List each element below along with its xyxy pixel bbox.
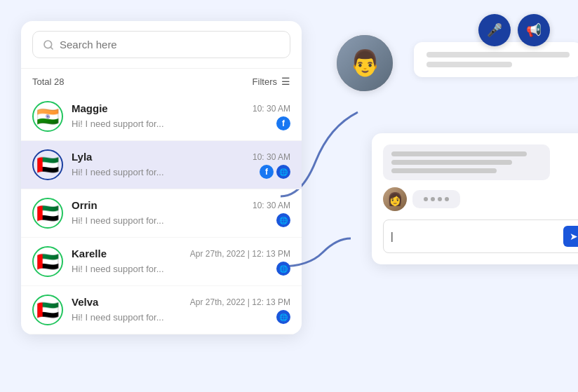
facebook-icon: f: [276, 116, 290, 130]
megaphone-icon: 📢: [526, 22, 542, 38]
contact-name: Lyla: [72, 151, 92, 163]
contact-avatar: 🇦🇪: [32, 198, 63, 229]
web-icon: 🌐: [276, 165, 290, 179]
svg-line-1: [51, 47, 53, 49]
chat-input[interactable]: [391, 231, 558, 242]
contact-name: Maggie: [72, 102, 108, 114]
contact-avatar: 🇮🇳: [32, 101, 63, 132]
contact-preview-row: Hi! I need support for... 🌐: [72, 262, 290, 276]
typing-bubble: [412, 190, 460, 208]
contact-item[interactable]: 🇦🇪 Velva Apr 27th, 2022 | 12: 13 PM Hi! …: [21, 286, 302, 334]
r-line-3: [391, 168, 497, 173]
web-icon: 🌐: [276, 213, 290, 227]
contact-name: Orrin: [72, 199, 98, 211]
typing-dot-4: [445, 197, 449, 201]
contact-name-row: Orrin 10: 30 AM: [72, 199, 290, 211]
contact-preview: Hi! I need support for...: [72, 264, 164, 274]
contact-channels: 🌐: [276, 262, 290, 276]
agent-bubble: [414, 42, 578, 77]
search-input-wrapper[interactable]: [32, 31, 290, 58]
mic-icon: 🎤: [487, 22, 502, 38]
right-panel: 🎤 📢 👨: [330, 14, 557, 378]
contact-name: Velva: [72, 296, 98, 308]
contact-name-row: Maggie 10: 30 AM: [72, 102, 290, 114]
filters-button[interactable]: Filters ☰: [253, 76, 290, 87]
flag-avatar: 🇦🇪: [34, 248, 62, 276]
main-container: Total 28 Filters ☰ 🇮🇳 Maggie 10: 30 AM H…: [0, 0, 578, 392]
facebook-icon: f: [260, 165, 274, 179]
contact-item[interactable]: 🇮🇳 Maggie 10: 30 AM Hi! I need support f…: [21, 93, 302, 141]
contact-time: 10: 30 AM: [253, 152, 290, 162]
user-avatar-inner: 👩: [383, 187, 407, 211]
contact-item[interactable]: 🇦🇪 Orrin 10: 30 AM Hi! I need support fo…: [21, 189, 302, 238]
contact-preview: Hi! I need support for...: [72, 312, 164, 323]
list-header: Total 28 Filters ☰: [21, 69, 302, 93]
contact-preview-row: Hi! I need support for... f: [72, 116, 290, 130]
megaphone-button[interactable]: 📢: [518, 14, 550, 46]
flag-avatar: 🇦🇪: [34, 151, 62, 179]
contact-list: 🇮🇳 Maggie 10: 30 AM Hi! I need support f…: [21, 93, 302, 334]
left-panel: Total 28 Filters ☰ 🇮🇳 Maggie 10: 30 AM H…: [21, 21, 302, 334]
flag-avatar: 🇦🇪: [34, 296, 62, 324]
contact-preview-row: Hi! I need support for... 🌐: [72, 213, 290, 227]
contact-preview: Hi! I need support for...: [72, 167, 164, 177]
contact-avatar: 🇦🇪: [32, 149, 63, 180]
contact-preview: Hi! I need support for...: [72, 119, 164, 129]
contact-info: Maggie 10: 30 AM Hi! I need support for.…: [72, 102, 290, 130]
chat-panel: 👩 ➤: [372, 133, 578, 264]
contact-avatar: 🇦🇪: [32, 295, 63, 325]
mic-button[interactable]: 🎤: [478, 14, 511, 46]
contact-preview-row: Hi! I need support for... f🌐: [72, 165, 290, 179]
r-line-2: [391, 160, 512, 165]
bubble-line-1: [426, 52, 570, 58]
contact-preview-row: Hi! I need support for... 🌐: [72, 310, 290, 324]
web-icon: 🌐: [276, 310, 290, 324]
user-avatar: 👩: [383, 187, 407, 211]
chat-area: 👩 ➤: [372, 42, 578, 86]
action-buttons: 🎤 📢: [478, 14, 550, 46]
contact-name-row: Velva Apr 27th, 2022 | 12: 13 PM: [72, 296, 290, 308]
flag-avatar: 🇮🇳: [34, 102, 62, 130]
search-input[interactable]: [60, 39, 280, 50]
r-line-1: [391, 151, 527, 156]
contact-channels: f🌐: [260, 165, 290, 179]
received-bubble-1: [383, 144, 550, 180]
contact-time: 10: 30 AM: [253, 201, 290, 210]
contact-item[interactable]: 🇦🇪 Lyla 10: 30 AM Hi! I need support for…: [21, 141, 302, 189]
total-count: Total 28: [32, 76, 65, 87]
search-bar: [21, 21, 302, 69]
contact-avatar: 🇦🇪: [32, 246, 63, 277]
flag-avatar: 🇦🇪: [34, 199, 62, 227]
typing-dot-2: [431, 197, 435, 201]
contact-time: Apr 27th, 2022 | 12: 13 PM: [190, 249, 290, 259]
search-icon: [43, 39, 54, 50]
contact-preview: Hi! I need support for...: [72, 215, 164, 226]
filter-icon: ☰: [281, 76, 290, 87]
input-row[interactable]: ➤: [383, 219, 578, 253]
contact-info: Orrin 10: 30 AM Hi! I need support for..…: [72, 199, 290, 227]
send-icon: ➤: [570, 231, 578, 242]
contact-time: 10: 30 AM: [253, 104, 290, 114]
chat-bottom-row: 👩: [383, 187, 578, 211]
contact-info: Lyla 10: 30 AM Hi! I need support for...…: [72, 151, 290, 179]
typing-dot-1: [424, 197, 428, 201]
contact-channels: 🌐: [276, 310, 290, 324]
contact-channels: 🌐: [276, 213, 290, 227]
send-button[interactable]: ➤: [563, 226, 578, 247]
filters-label: Filters: [253, 76, 277, 87]
typing-dot-3: [438, 197, 442, 201]
contact-info: Velva Apr 27th, 2022 | 12: 13 PM Hi! I n…: [72, 296, 290, 324]
contact-info: Karelle Apr 27th, 2022 | 12: 13 PM Hi! I…: [72, 248, 290, 276]
contact-channels: f: [276, 116, 290, 130]
bubble-line-2: [426, 62, 512, 67]
contact-time: Apr 27th, 2022 | 12: 13 PM: [190, 297, 290, 307]
contact-name: Karelle: [72, 248, 107, 259]
contact-item[interactable]: 🇦🇪 Karelle Apr 27th, 2022 | 12: 13 PM Hi…: [21, 238, 302, 286]
contact-name-row: Karelle Apr 27th, 2022 | 12: 13 PM: [72, 248, 290, 259]
contact-name-row: Lyla 10: 30 AM: [72, 151, 290, 163]
web-icon: 🌐: [276, 262, 290, 276]
